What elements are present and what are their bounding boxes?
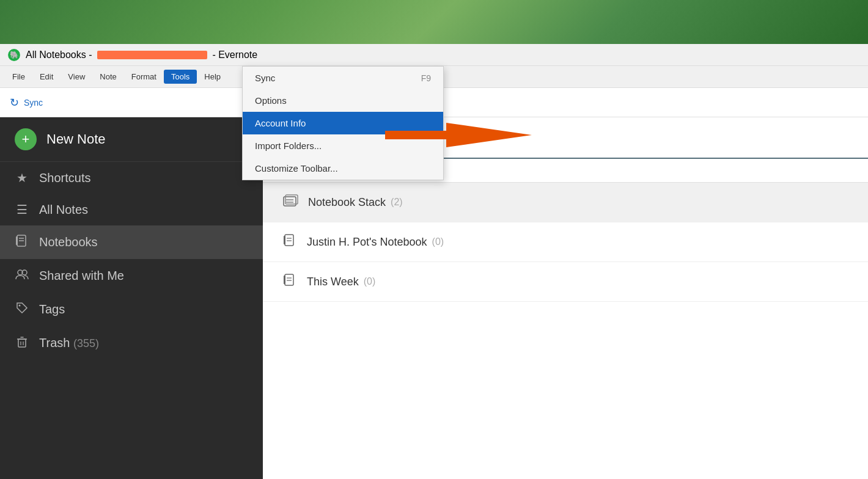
dropdown-item-import-folders[interactable]: Import Folders...: [243, 134, 443, 157]
new-note-icon: +: [15, 128, 37, 150]
svg-rect-18: [284, 236, 285, 244]
account-info-menu-label: Account Info: [255, 118, 306, 128]
new-note-label: New Note: [46, 131, 106, 147]
shared-with-me-label: Shared with Me: [39, 269, 124, 283]
sidebar-item-shared-with-me[interactable]: Shared with Me: [0, 259, 263, 293]
dropdown-item-options[interactable]: Options: [243, 89, 443, 112]
all-notes-icon: ☰: [15, 202, 29, 217]
notebook-row-this-week[interactable]: This Week (0): [263, 262, 868, 302]
shortcuts-label: Shortcuts: [39, 171, 90, 185]
background-image: [0, 0, 868, 44]
tags-icon: [15, 301, 29, 318]
menu-help[interactable]: Help: [197, 70, 228, 84]
dropdown-item-sync[interactable]: Sync F9: [243, 67, 443, 89]
trash-label: Trash (355): [39, 336, 99, 350]
sync-label: Sync: [24, 98, 43, 108]
svg-rect-9: [18, 339, 26, 347]
sync-menu-label: Sync: [255, 73, 275, 83]
menu-view[interactable]: View: [61, 70, 92, 84]
shared-icon: [15, 268, 29, 284]
this-week-notebook-name: This Week: [307, 276, 359, 288]
title-bar: 🐘 All Notebooks - - Evernote: [0, 44, 868, 66]
this-week-notebook-count: (0): [364, 276, 376, 287]
this-week-notebook-icon: [282, 273, 297, 290]
trash-icon: [15, 335, 29, 351]
dropdown-item-account-info[interactable]: Account Info: [243, 112, 443, 134]
notebooks-label: Notebooks: [39, 235, 98, 249]
sidebar-item-shortcuts[interactable]: ★ Shortcuts: [0, 162, 263, 194]
new-note-button[interactable]: + New Note: [0, 117, 263, 162]
justin-notebook-name: Justin H. Pot's Notebook: [307, 236, 427, 249]
svg-rect-17: [285, 235, 293, 246]
tags-label: Tags: [39, 302, 65, 316]
import-folders-menu-label: Import Folders...: [255, 141, 322, 151]
notebooks-icon: [15, 234, 29, 250]
svg-rect-21: [285, 274, 293, 285]
redacted-username: [97, 51, 207, 59]
menu-edit[interactable]: Edit: [32, 70, 61, 84]
sync-icon: ↻: [10, 96, 19, 109]
justin-notebook-icon: [282, 233, 297, 250]
customize-toolbar-menu-label: Customize Toolbar...: [255, 163, 338, 174]
sidebar-item-all-notes[interactable]: ☰ All Notes: [0, 194, 263, 225]
sidebar-item-tags[interactable]: Tags: [0, 293, 263, 326]
menu-note[interactable]: Note: [92, 70, 123, 84]
sidebar-item-notebooks[interactable]: Notebooks: [0, 225, 263, 259]
notebook-row-stack[interactable]: Notebook Stack (2): [263, 183, 868, 222]
menu-format[interactable]: Format: [124, 70, 164, 84]
options-menu-label: Options: [255, 95, 287, 106]
sidebar-item-trash[interactable]: Trash (355): [0, 326, 263, 360]
tools-dropdown-menu: Sync F9 Options Account Info Import Fold…: [242, 66, 444, 180]
svg-rect-3: [16, 236, 18, 245]
notebook-stack-name: Notebook Stack: [308, 196, 386, 209]
dropdown-item-customize-toolbar[interactable]: Customize Toolbar...: [243, 157, 443, 180]
justin-notebook-count: (0): [432, 236, 444, 247]
evernote-icon: 🐘: [7, 48, 21, 62]
notebook-stack-icon: [282, 194, 298, 211]
shortcuts-icon: ★: [15, 170, 29, 185]
sync-shortcut: F9: [421, 73, 431, 83]
svg-text:🐘: 🐘: [10, 50, 20, 59]
sync-button[interactable]: ↻ Sync: [10, 96, 43, 109]
sidebar: + New Note ★ Shortcuts ☰ All Notes Noteb…: [0, 117, 263, 479]
svg-point-8: [19, 305, 21, 307]
all-notes-label: All Notes: [39, 203, 88, 217]
svg-rect-22: [284, 276, 285, 284]
title-bar-text: All Notebooks - - Evernote: [26, 49, 257, 60]
notebook-row-justin[interactable]: Justin H. Pot's Notebook (0): [263, 222, 868, 262]
notebook-stack-count: (2): [391, 197, 403, 208]
menu-file[interactable]: File: [5, 70, 32, 84]
menu-tools[interactable]: Tools: [164, 70, 197, 84]
